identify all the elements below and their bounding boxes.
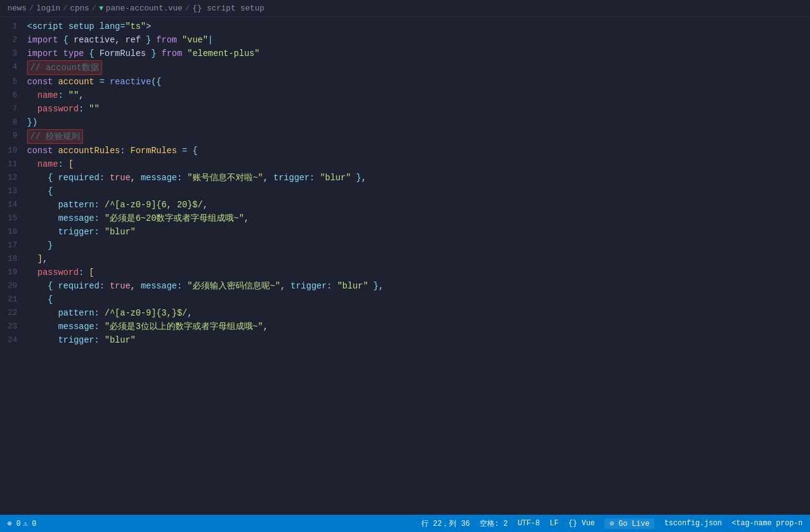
line-content: })	[27, 116, 810, 129]
line-col: 行 22，列 36	[421, 518, 470, 529]
breadcrumb-cpns[interactable]: cpns	[70, 4, 89, 13]
token-prop: name	[38, 90, 58, 100]
line-number: 16	[5, 225, 27, 239]
line-number: 12	[5, 171, 27, 185]
token-plain	[182, 49, 187, 58]
token-msg-str: "必须是3位以上的数字或者字母组成哦~"	[105, 322, 263, 332]
token-plain	[27, 90, 38, 100]
token-plain	[100, 308, 105, 318]
code-line-3: 3import type { FormRules } from "element…	[0, 47, 810, 60]
line-number: 7	[5, 102, 27, 116]
token-plain: >	[146, 22, 151, 31]
status-bar: ⊗ 0 ⚠ 0 行 22，列 36 空格: 2 UTF-8 LF {} Vue …	[0, 515, 810, 532]
line-content: { required: true, message: "必须输入密码信息呢~",…	[27, 279, 810, 293]
token-plain	[94, 77, 99, 87]
line-number: 5	[5, 75, 27, 89]
line-number: 3	[5, 47, 27, 60]
token-prop-cyan: trigger	[274, 173, 310, 183]
token-plain: ,	[263, 322, 268, 332]
breadcrumb-news[interactable]: news	[7, 4, 26, 13]
line-content: pattern: /^[a-z0-9]{6, 20}$/,	[27, 198, 810, 212]
token-regex: /^[a-z0-9]{6, 20}$/	[105, 200, 203, 210]
line-number: 2	[5, 33, 27, 47]
code-line-19: 19 password: [	[0, 266, 810, 279]
token-reactive-fn: reactive	[109, 77, 151, 87]
token-plain	[177, 146, 182, 156]
token-str: "ts"	[125, 22, 146, 31]
line-number: 4	[5, 60, 27, 74]
token-colon: :	[94, 322, 99, 332]
code-line-20: 20 { required: true, message: "必须输入密码信息呢…	[0, 279, 810, 293]
line-content: import type { FormRules } from "element-…	[27, 47, 810, 60]
code-line-2: 2import { reactive, ref } from "vue"|	[0, 33, 810, 47]
token-plain	[84, 268, 89, 277]
token-import-kw: import	[27, 35, 58, 45]
line-number: 1	[5, 20, 27, 33]
token-colon: :	[100, 173, 105, 183]
line-number: 6	[5, 89, 27, 102]
token-msg-str: "必须输入密码信息呢~"	[188, 281, 280, 291]
token-plain	[58, 49, 63, 58]
token-plain	[27, 254, 38, 264]
token-plain	[188, 146, 193, 156]
token-plain: reactive, ref	[68, 35, 146, 45]
breadcrumb-file[interactable]: pane-account.vue	[106, 4, 183, 13]
token-colon: :	[94, 227, 99, 237]
line-content: password: [	[27, 266, 810, 279]
code-line-6: 6 name: "",	[0, 89, 810, 102]
token-type-name: FormRules	[130, 146, 177, 156]
token-colon: :	[94, 308, 99, 318]
token-from-kw: from	[156, 35, 177, 45]
token-colon: :	[177, 173, 182, 183]
token-plain	[84, 49, 89, 58]
token-curly: {	[48, 173, 53, 183]
token-str: ""	[68, 90, 79, 100]
code-line-4: 4// account数据	[0, 60, 810, 75]
token-plain	[27, 268, 38, 277]
token-prop-cyan: trigger	[58, 335, 94, 345]
token-plain	[27, 240, 48, 250]
token-plain	[27, 227, 58, 237]
token-trig-str: "blur"	[337, 281, 368, 291]
line-number: 8	[5, 116, 27, 129]
breadcrumb-login[interactable]: login	[36, 4, 60, 13]
sep1: /	[29, 4, 34, 13]
token-plain	[182, 173, 187, 183]
token-punct: ({	[151, 77, 162, 87]
line-number: 17	[5, 239, 27, 252]
token-bracket: [	[68, 159, 73, 169]
line-number: 24	[5, 333, 27, 347]
language[interactable]: {} Vue	[568, 519, 595, 528]
token-kw: const	[27, 77, 53, 87]
error-count: ⊗ 0 ⚠ 0	[7, 519, 36, 528]
token-kw-blue: <script setup lang	[27, 22, 120, 31]
line-content: }	[27, 239, 810, 252]
line-content: {	[27, 185, 810, 198]
go-live-button[interactable]: ⊙ Go Live	[605, 518, 654, 529]
token-kw: const	[27, 146, 53, 156]
token-colon: :	[58, 159, 63, 169]
token-plain	[27, 295, 48, 304]
line-number: 22	[5, 306, 27, 320]
line-content: name: [	[27, 157, 810, 171]
token-msg-str: "必须是6~20数字或者字母组成哦~"	[105, 213, 244, 223]
token-plain	[151, 35, 156, 45]
token-prop-cyan: required	[58, 281, 99, 291]
line-content: name: "",	[27, 89, 810, 102]
token-plain: ,	[130, 173, 141, 183]
token-colon: :	[94, 200, 99, 210]
line-number: 13	[5, 185, 27, 198]
line-content: pattern: /^[a-z0-9]{3,}$/,	[27, 306, 810, 320]
code-editor[interactable]: 1<script setup lang="ts">2import { react…	[0, 17, 810, 515]
token-plain	[177, 35, 182, 45]
token-plain: ,	[244, 213, 249, 223]
token-plain	[100, 322, 105, 332]
token-plain	[332, 281, 337, 291]
code-line-17: 17 }	[0, 239, 810, 252]
tsconfig[interactable]: tsconfig.json	[664, 519, 722, 528]
token-colon: :	[120, 146, 125, 156]
line-content: // 校验规则	[27, 129, 810, 144]
token-plain	[27, 322, 58, 332]
token-plain	[351, 173, 356, 183]
code-line-16: 16 trigger: "blur"	[0, 225, 810, 239]
